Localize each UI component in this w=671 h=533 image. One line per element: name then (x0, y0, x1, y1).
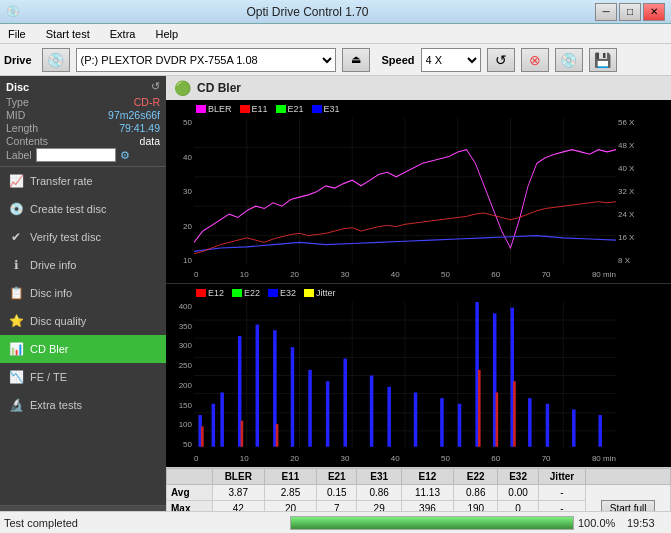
fe-te-label: FE / TE (30, 371, 67, 383)
eject-button[interactable]: ⏏ (342, 48, 370, 72)
by-250: 250 (166, 361, 194, 370)
svg-rect-33 (326, 381, 330, 447)
legend-e11: E11 (240, 104, 268, 114)
menu-start-test[interactable]: Start test (42, 27, 94, 41)
length-key: Length (6, 122, 38, 134)
menu-help[interactable]: Help (151, 27, 182, 41)
sidebar: Disc ↺ Type CD-R MID 97m26s66f Length 79… (0, 76, 166, 533)
disc-button[interactable]: 💿 (555, 48, 583, 72)
minimize-button[interactable]: ─ (595, 3, 617, 21)
sidebar-item-verify-test-disc[interactable]: ✔ Verify test disc (0, 223, 166, 251)
extra-tests-label: Extra tests (30, 399, 82, 411)
label-input[interactable] (36, 148, 116, 162)
svg-rect-48 (241, 421, 244, 447)
drive-info-label: Drive info (30, 259, 76, 271)
create-test-disc-label: Create test disc (30, 203, 106, 215)
bottom-y-axis: 400 350 300 250 200 150 100 50 (166, 302, 194, 449)
drive-icon-btn[interactable]: 💿 (42, 48, 70, 72)
svg-rect-37 (414, 392, 418, 446)
avg-jitter: - (538, 485, 585, 501)
type-key: Type (6, 96, 29, 108)
sidebar-item-drive-info[interactable]: ℹ Drive info (0, 251, 166, 279)
e12-label: E12 (208, 288, 224, 298)
bx-70: 70 (542, 454, 551, 463)
e32-label: E32 (280, 288, 296, 298)
e12-color (196, 289, 206, 297)
col-e22: E22 (454, 469, 498, 485)
speed-select[interactable]: 4 X (421, 48, 481, 72)
svg-rect-45 (572, 409, 576, 446)
status-text: Test completed (4, 517, 286, 529)
bottom-chart-legend: E12 E22 E32 Jitter (196, 288, 336, 298)
bx-30: 30 (340, 454, 349, 463)
window-controls: ─ □ ✕ (595, 3, 665, 21)
type-val: CD-R (134, 96, 160, 108)
col-actions (586, 469, 671, 485)
svg-rect-44 (546, 404, 550, 447)
disc-title: Disc (6, 81, 29, 93)
drive-select[interactable]: (P:) PLEXTOR DVDR PX-755A 1.08 (76, 48, 336, 72)
main-layout: Disc ↺ Type CD-R MID 97m26s66f Length 79… (0, 76, 671, 533)
title-bar: 💿 Opti Drive Control 1.70 ─ □ ✕ (0, 0, 671, 24)
sidebar-item-cd-bler[interactable]: 📊 CD Bler (0, 335, 166, 363)
avg-e31: 0.86 (357, 485, 401, 501)
avg-label: Avg (167, 485, 213, 501)
by-200: 200 (166, 381, 194, 390)
e22-label: E22 (244, 288, 260, 298)
menu-extra[interactable]: Extra (106, 27, 140, 41)
bx-40: 40 (391, 454, 400, 463)
x-30: 30 (340, 270, 349, 279)
sidebar-item-transfer-rate[interactable]: 📈 Transfer rate (0, 167, 166, 195)
mid-val: 97m26s66f (108, 109, 160, 121)
avg-e22: 0.86 (454, 485, 498, 501)
col-e31: E31 (357, 469, 401, 485)
svg-rect-46 (598, 415, 602, 447)
extra-tests-icon: 🔬 (8, 397, 24, 413)
y-label-30: 30 (166, 187, 194, 196)
cd-bler-icon: 📊 (8, 341, 24, 357)
maximize-button[interactable]: □ (619, 3, 641, 21)
verify-test-disc-icon: ✔ (8, 229, 24, 245)
disc-info-label: Disc info (30, 287, 72, 299)
e32-color (268, 289, 278, 297)
col-empty (167, 469, 213, 485)
avg-bler: 3.87 (212, 485, 264, 501)
disc-info-icon: 📋 (8, 285, 24, 301)
avg-e21: 0.15 (317, 485, 357, 501)
close-button[interactable]: ✕ (643, 3, 665, 21)
disc-refresh-icon[interactable]: ↺ (151, 80, 160, 93)
sidebar-item-fe-te[interactable]: 📉 FE / TE (0, 363, 166, 391)
save-button[interactable]: 💾 (589, 48, 617, 72)
bottom-chart: E12 E22 E32 Jitter (166, 284, 671, 467)
mid-key: MID (6, 109, 25, 121)
label-icon[interactable]: ⚙ (120, 149, 130, 162)
sidebar-item-create-test-disc[interactable]: 💿 Create test disc (0, 195, 166, 223)
progress-percent: 100.0% (578, 517, 623, 529)
svg-rect-31 (291, 347, 295, 447)
x-80min: 80 min (592, 270, 616, 279)
progress-bar (290, 516, 574, 530)
fe-te-icon: 📉 (8, 369, 24, 385)
chart-header: 🟢 CD Bler (166, 76, 671, 100)
sidebar-item-disc-info[interactable]: 📋 Disc info (0, 279, 166, 307)
erase-button[interactable]: ⊗ (521, 48, 549, 72)
e11-label: E11 (252, 104, 268, 114)
x-70: 70 (542, 270, 551, 279)
by-400: 400 (166, 302, 194, 311)
length-val: 79:41.49 (119, 122, 160, 134)
legend-e32: E32 (268, 288, 296, 298)
col-e32: E32 (498, 469, 538, 485)
svg-rect-32 (308, 370, 312, 447)
bler-color (196, 105, 206, 113)
app-title: Opti Drive Control 1.70 (20, 5, 595, 19)
x-60: 60 (491, 270, 500, 279)
by-50: 50 (166, 440, 194, 449)
r-label-16: 16 X (618, 233, 669, 242)
svg-rect-47 (201, 426, 204, 446)
bx-80min: 80 min (592, 454, 616, 463)
menu-file[interactable]: File (4, 27, 30, 41)
sidebar-item-disc-quality[interactable]: ⭐ Disc quality (0, 307, 166, 335)
sidebar-item-extra-tests[interactable]: 🔬 Extra tests (0, 391, 166, 419)
svg-rect-43 (528, 398, 532, 447)
refresh-button[interactable]: ↺ (487, 48, 515, 72)
